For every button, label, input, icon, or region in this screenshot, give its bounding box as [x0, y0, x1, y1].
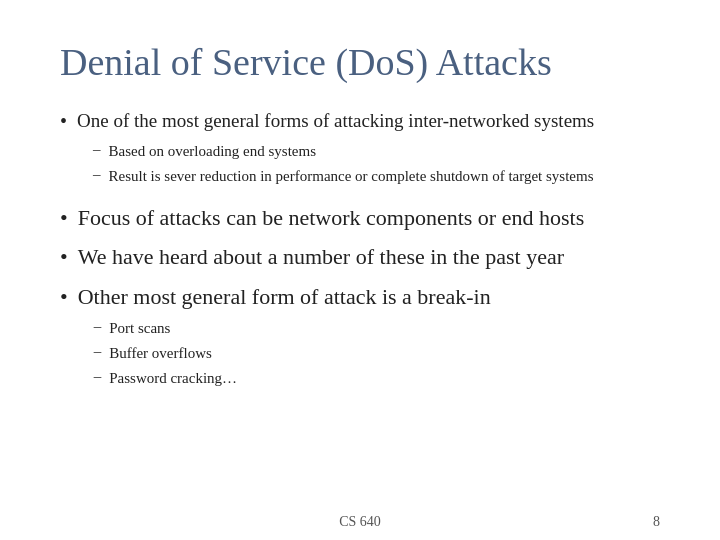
list-item: – Result is sever reduction in performan…: [93, 166, 594, 187]
bullet-icon: •: [60, 110, 67, 133]
bullet-icon: •: [60, 205, 68, 231]
sub-text: Based on overloading end systems: [109, 141, 316, 162]
sub-list: – Port scans – Buffer overflows – Passwo…: [94, 318, 491, 389]
slide: Denial of Service (DoS) Attacks • One of…: [0, 0, 720, 540]
bullet-icon: •: [60, 284, 68, 310]
page-number: 8: [653, 514, 660, 530]
list-item: – Port scans: [94, 318, 491, 339]
sub-text: Buffer overflows: [109, 343, 212, 364]
bullet-icon: •: [60, 244, 68, 270]
dash-icon: –: [93, 166, 101, 183]
sub-text: Result is sever reduction in performance…: [109, 166, 594, 187]
slide-title: Denial of Service (DoS) Attacks: [60, 40, 660, 84]
bullet-text: Focus of attacks can be network componen…: [78, 203, 585, 233]
dash-icon: –: [94, 368, 102, 385]
dash-icon: –: [93, 141, 101, 158]
main-bullet-list: • One of the most general forms of attac…: [60, 108, 660, 405]
bullet-text: We have heard about a number of these in…: [78, 242, 564, 272]
sub-text: Password cracking…: [109, 368, 237, 389]
list-item: • Focus of attacks can be network compon…: [60, 203, 660, 233]
course-label: CS 640: [339, 514, 381, 530]
bullet-text: Other most general form of attack is a b…: [78, 284, 491, 309]
sub-text: Port scans: [109, 318, 170, 339]
list-item: • One of the most general forms of attac…: [60, 108, 660, 193]
list-item: • We have heard about a number of these …: [60, 242, 660, 272]
bullet-text: One of the most general forms of attacki…: [77, 110, 594, 131]
list-item: • Other most general form of attack is a…: [60, 282, 660, 395]
dash-icon: –: [94, 318, 102, 335]
list-item: – Buffer overflows: [94, 343, 491, 364]
list-item: – Password cracking…: [94, 368, 491, 389]
dash-icon: –: [94, 343, 102, 360]
list-item: – Based on overloading end systems: [93, 141, 594, 162]
sub-list: – Based on overloading end systems – Res…: [93, 141, 594, 187]
